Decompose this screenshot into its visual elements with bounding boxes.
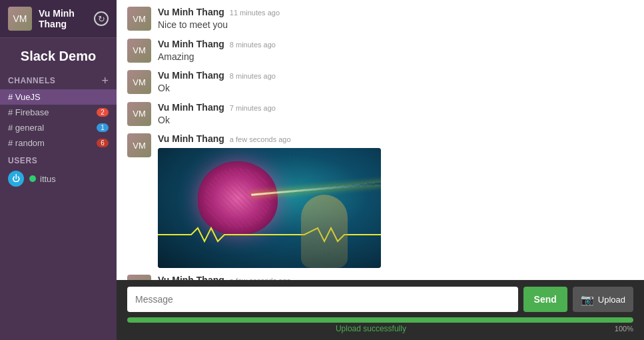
messages-area: VM Vu Minh Thang 11 minutes ago Nice to …	[117, 0, 644, 280]
message-text: Ok	[158, 114, 633, 127]
message-content: Vu Minh Thang 7 minutes ago Ok	[158, 102, 633, 127]
message-header: Vu Minh Thang 7 minutes ago	[158, 102, 633, 113]
sidebar-item-random[interactable]: # random 6	[0, 135, 117, 151]
message-text: Nice to meet you	[158, 19, 633, 32]
message-time: 8 minutes ago	[230, 72, 276, 80]
compose-icon[interactable]: ↻	[94, 11, 109, 26]
message-author: Vu Minh Thang	[158, 39, 224, 49]
message-author: Vu Minh Thang	[158, 70, 224, 81]
input-row: Send 📷 Upload	[127, 287, 633, 312]
message-author: Vu Minh Thang	[158, 7, 224, 17]
table-row: VM Vu Minh Thang 8 minutes ago Ok	[127, 70, 633, 95]
upload-label: Upload	[598, 295, 625, 305]
upload-button[interactable]: 📷 Upload	[573, 287, 633, 312]
channels-list: # VueJS # Firebase 2 # general 1 # rando…	[0, 89, 117, 151]
channel-badge: 1	[97, 123, 109, 132]
channel-name: # VueJS	[8, 92, 109, 102]
message-header: Vu Minh Thang 8 minutes ago	[158, 70, 633, 81]
channels-section-header: CHANNELS +	[0, 71, 117, 89]
message-time: a few seconds ago	[230, 135, 291, 143]
avatar: VM	[127, 102, 151, 126]
upload-icon: 📷	[581, 293, 594, 306]
message-author: Vu Minh Thang	[158, 102, 224, 113]
message-input[interactable]	[127, 287, 518, 312]
progress-area: Upload successfully 100%	[127, 317, 633, 333]
avatar: VM	[127, 70, 151, 94]
channel-name: # random	[8, 138, 97, 148]
message-author: Vu Minh Thang	[158, 133, 224, 144]
message-content: Vu Minh Thang a few seconds ago	[158, 133, 633, 268]
progress-bar-fill	[127, 317, 633, 323]
channel-name: # general	[8, 123, 97, 133]
sidebar-item-vuejs[interactable]: # VueJS	[0, 89, 117, 105]
message-time: 8 minutes ago	[230, 41, 276, 49]
users-label: USERS	[8, 156, 37, 165]
table-row: VM Vu Minh Thang a few seconds ago	[127, 133, 633, 268]
sidebar-username: Vu Minh Thang	[39, 8, 94, 29]
channel-badge: 6	[97, 139, 109, 147]
add-channel-button[interactable]: +	[101, 75, 109, 87]
send-button[interactable]: Send	[523, 287, 567, 312]
sidebar-header: VM Vu Minh Thang ↻	[0, 0, 117, 38]
user-name: ittus	[40, 174, 56, 184]
progress-bar-track	[127, 317, 633, 323]
message-content: Vu Minh Thang a few seconds ago I'm rese…	[158, 275, 633, 280]
sidebar: VM Vu Minh Thang ↻ Slack Demo CHANNELS +…	[0, 0, 117, 340]
progress-percent: 100%	[615, 325, 633, 333]
message-header: Vu Minh Thang a few seconds ago	[158, 133, 633, 144]
table-row: VM Vu Minh Thang 11 minutes ago Nice to …	[127, 7, 633, 32]
avatar: VM	[127, 39, 151, 63]
message-content: Vu Minh Thang 8 minutes ago Ok	[158, 70, 633, 95]
message-header: Vu Minh Thang 11 minutes ago	[158, 7, 633, 17]
table-row: VM Vu Minh Thang 8 minutes ago Amazing	[127, 39, 633, 64]
channel-badge: 2	[97, 108, 109, 117]
avatar: VM	[127, 275, 151, 280]
app-title: Slack Demo	[0, 38, 117, 71]
message-time: 11 minutes ago	[230, 9, 280, 17]
table-row: VM Vu Minh Thang 7 minutes ago Ok	[127, 102, 633, 127]
sidebar-item-firebase[interactable]: # Firebase 2	[0, 105, 117, 120]
user-status-indicator	[29, 175, 36, 182]
table-row: VM Vu Minh Thang a few seconds ago I'm r…	[127, 275, 633, 280]
sidebar-item-general[interactable]: # general 1	[0, 120, 117, 135]
message-text: Ok	[158, 82, 633, 95]
channels-label: CHANNELS	[8, 76, 55, 85]
upload-success-text: Upload successfully	[127, 324, 615, 333]
message-content: Vu Minh Thang 8 minutes ago Amazing	[158, 39, 633, 64]
message-text: Amazing	[158, 51, 633, 64]
user-item-ittus[interactable]: ⏻ ittus	[0, 168, 117, 189]
avatar: VM	[127, 133, 151, 157]
message-content: Vu Minh Thang 11 minutes ago Nice to mee…	[158, 7, 633, 32]
message-time: 7 minutes ago	[230, 104, 276, 112]
avatar: VM	[127, 7, 151, 31]
message-header: Vu Minh Thang 8 minutes ago	[158, 39, 633, 49]
main-panel: VM Vu Minh Thang 11 minutes ago Nice to …	[117, 0, 644, 340]
power-icon: ⏻	[8, 171, 24, 187]
avatar: VM	[8, 7, 32, 31]
message-author: Vu Minh Thang	[158, 275, 224, 280]
input-area: Send 📷 Upload Upload successfully 100%	[117, 280, 644, 340]
message-header: Vu Minh Thang a few seconds ago	[158, 275, 633, 280]
channel-name: # Firebase	[8, 107, 97, 117]
message-image	[158, 148, 381, 268]
users-section-header: USERS	[0, 151, 117, 168]
